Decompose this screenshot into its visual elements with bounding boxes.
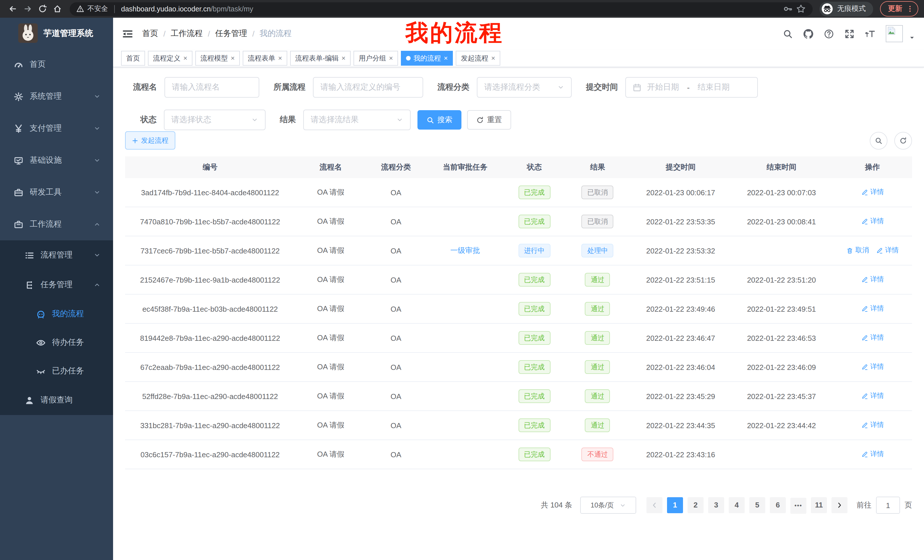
security-label[interactable]: 不安全 bbox=[87, 4, 108, 14]
detail-link[interactable]: 详情 bbox=[861, 217, 884, 226]
cell-id: 67c2eaab-7b9a-11ec-a290-acde48001122 bbox=[125, 352, 295, 382]
search-toggle-button[interactable] bbox=[870, 132, 888, 149]
close-icon[interactable]: × bbox=[278, 55, 282, 61]
detail-link[interactable]: 详情 bbox=[861, 449, 884, 459]
close-icon[interactable]: × bbox=[389, 55, 393, 61]
detail-link[interactable]: 详情 bbox=[861, 275, 884, 284]
key-icon[interactable] bbox=[783, 4, 793, 14]
question-icon[interactable] bbox=[824, 29, 834, 39]
range-separator: - bbox=[687, 83, 690, 92]
tab-用户分组[interactable]: 用户分组× bbox=[354, 51, 398, 66]
sidebar-item-11[interactable]: 请假查询 bbox=[0, 385, 113, 415]
breadcrumb-item[interactable]: 首页 bbox=[142, 28, 158, 39]
avatar[interactable] bbox=[886, 25, 903, 42]
sidebar-item-0[interactable]: 首页 bbox=[0, 48, 113, 81]
tab-流程表单[interactable]: 流程表单× bbox=[243, 51, 287, 66]
forward-icon[interactable] bbox=[21, 2, 34, 16]
detail-link[interactable]: 详情 bbox=[861, 362, 884, 372]
detail-link[interactable]: 详情 bbox=[861, 304, 884, 314]
sidebar-item-1[interactable]: 系统管理 bbox=[0, 81, 113, 112]
sidebar-item-4[interactable]: 研发工具 bbox=[0, 177, 113, 208]
start-date-placeholder[interactable]: 开始日期 bbox=[647, 82, 679, 93]
url-text[interactable]: dashboard.yudao.iocoder.cn/bpm/task/my bbox=[121, 5, 253, 13]
fontsize-icon[interactable] bbox=[865, 29, 875, 39]
github-icon[interactable] bbox=[804, 29, 813, 39]
page-button-11[interactable]: 11 bbox=[811, 497, 827, 513]
detail-link[interactable]: 详情 bbox=[861, 333, 884, 343]
cell-status: 已完成 bbox=[504, 352, 564, 382]
detail-link[interactable]: 详情 bbox=[861, 421, 884, 430]
page-button-6[interactable]: 6 bbox=[770, 497, 786, 513]
cell-status: 已完成 bbox=[504, 265, 564, 294]
tab-首页[interactable]: 首页 bbox=[121, 51, 145, 66]
goto-page-input[interactable]: 1 bbox=[876, 497, 900, 514]
cell-category: OA bbox=[366, 411, 426, 440]
sidebar-item-10[interactable]: 已办任务 bbox=[0, 357, 113, 385]
sidebar-item-2[interactable]: 支付管理 bbox=[0, 112, 113, 144]
home-icon[interactable] bbox=[50, 2, 64, 16]
search-button[interactable]: 搜索 bbox=[417, 110, 461, 130]
page-button-2[interactable]: 2 bbox=[688, 497, 704, 513]
sidebar-item-6[interactable]: 流程管理 bbox=[0, 240, 113, 270]
cell-current-task bbox=[426, 207, 505, 236]
column-header-5: 结果 bbox=[564, 156, 631, 178]
page-button-5[interactable]: 5 bbox=[749, 497, 765, 513]
submit-time-range-picker[interactable]: 开始日期 - 结束日期 bbox=[626, 77, 758, 97]
reload-icon[interactable] bbox=[35, 2, 49, 16]
close-icon[interactable]: × bbox=[183, 55, 188, 61]
tab-流程表单-编辑[interactable]: 流程表单-编辑× bbox=[290, 51, 351, 66]
sidebar-item-5[interactable]: 工作流程 bbox=[0, 208, 113, 240]
page-button-1[interactable]: 1 bbox=[667, 497, 683, 513]
prev-page-button[interactable] bbox=[646, 497, 663, 513]
detail-link[interactable]: 详情 bbox=[861, 391, 884, 401]
breadcrumb-item[interactable]: 工作流程 bbox=[171, 28, 203, 39]
reset-button[interactable]: 重置 bbox=[467, 110, 511, 130]
cell-submit-time: 2022-01-22 23:46:04 bbox=[632, 352, 730, 382]
sidebar-item-9[interactable]: 待办任务 bbox=[0, 328, 113, 357]
tab-label: 发起流程 bbox=[461, 53, 488, 63]
process-definition-input[interactable]: 请输入流程定义的编号 bbox=[313, 77, 423, 97]
kebab-menu-icon[interactable] bbox=[906, 5, 914, 13]
tab-发起流程[interactable]: 发起流程× bbox=[456, 51, 500, 66]
back-icon[interactable] bbox=[6, 2, 20, 16]
next-page-button[interactable] bbox=[831, 497, 848, 513]
sidebar-item-8[interactable]: 我的流程 bbox=[0, 300, 113, 328]
status-badge: 已完成 bbox=[518, 273, 550, 287]
page-button-4[interactable]: 4 bbox=[729, 497, 745, 513]
process-category-select[interactable]: 请选择流程分类 bbox=[477, 77, 572, 97]
close-icon[interactable]: × bbox=[231, 55, 235, 61]
action-label: 详情 bbox=[870, 304, 884, 314]
result-select[interactable]: 请选择流结果 bbox=[303, 109, 411, 130]
status-select[interactable]: 请选择状态 bbox=[164, 109, 266, 130]
sidebar-item-7[interactable]: 任务管理 bbox=[0, 270, 113, 300]
close-icon[interactable]: × bbox=[491, 55, 495, 61]
pen-icon bbox=[876, 247, 883, 254]
omnibox-divider bbox=[114, 5, 115, 13]
tab-流程模型[interactable]: 流程模型× bbox=[195, 51, 240, 66]
star-icon[interactable] bbox=[796, 4, 806, 14]
search-icon[interactable] bbox=[783, 29, 793, 39]
end-date-placeholder[interactable]: 结束日期 bbox=[698, 82, 729, 93]
tab-流程定义[interactable]: 流程定义× bbox=[148, 51, 192, 66]
detail-link[interactable]: 详情 bbox=[861, 187, 884, 197]
close-icon[interactable]: × bbox=[444, 55, 448, 61]
cell-category: OA bbox=[366, 323, 426, 352]
sidebar-item-3[interactable]: 基础设施 bbox=[0, 144, 113, 177]
detail-link[interactable]: 详情 bbox=[876, 246, 898, 256]
update-button[interactable]: 更新 bbox=[880, 1, 918, 16]
page-button-3[interactable]: 3 bbox=[708, 497, 724, 513]
cancel-link[interactable]: 取消 bbox=[846, 246, 869, 256]
logo[interactable]: 芋道管理系统 bbox=[0, 18, 113, 48]
current-task-link[interactable]: 一级审批 bbox=[450, 246, 480, 255]
cell-result: 处理中 bbox=[564, 236, 631, 265]
refresh-table-button[interactable] bbox=[894, 132, 912, 149]
sidebar-collapse-icon[interactable] bbox=[122, 29, 133, 39]
tab-我的流程[interactable]: 我的流程× bbox=[401, 51, 453, 66]
close-icon[interactable]: × bbox=[342, 55, 345, 61]
create-process-button[interactable]: 发起流程 bbox=[125, 131, 176, 150]
breadcrumb-item[interactable]: 任务管理 bbox=[215, 28, 247, 39]
process-name-input[interactable]: 请输入流程名 bbox=[165, 77, 259, 97]
fullscreen-icon[interactable] bbox=[844, 29, 854, 39]
page-size-select[interactable]: 10条/页 bbox=[580, 497, 636, 514]
address-bar[interactable]: 不安全 dashboard.yudao.iocoder.cn/bpm/task/… bbox=[70, 2, 813, 16]
